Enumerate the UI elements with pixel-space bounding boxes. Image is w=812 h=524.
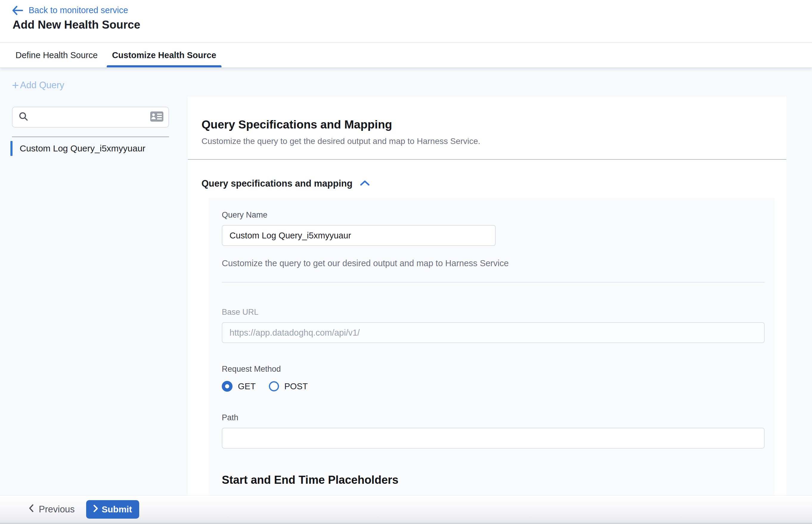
radio-option-post[interactable]: POST [269, 381, 308, 391]
back-link[interactable]: Back to monitored service [12, 5, 128, 15]
page: Back to monitored service Add New Health… [0, 0, 812, 524]
chevron-right-icon [93, 504, 98, 514]
submit-button-label: Submit [102, 504, 132, 514]
previous-button-label: Previous [39, 504, 75, 515]
selected-indicator-bar [11, 141, 13, 156]
tab-customize-health-source[interactable]: Customize Health Source [112, 43, 216, 67]
sidebar-divider [12, 136, 169, 137]
main-card: Query Specifications and Mapping Customi… [188, 97, 786, 524]
section-title: Query specifications and mapping [201, 178, 352, 189]
search-icon [18, 112, 29, 123]
plus-icon: + [12, 81, 19, 90]
back-link-label: Back to monitored service [29, 5, 128, 15]
back-arrow-icon [12, 6, 23, 15]
previous-button[interactable]: Previous [27, 504, 77, 515]
radio-selected-icon [222, 381, 232, 392]
chevron-left-icon [29, 504, 34, 515]
request-method-label: Request Method [222, 364, 765, 374]
panel-divider [222, 282, 765, 282]
request-method-radio-group: GET POST [222, 381, 765, 392]
submit-button[interactable]: Submit [86, 500, 139, 519]
footer-bar: Previous Submit [0, 495, 812, 524]
chevron-up-icon [360, 180, 370, 187]
add-query-label: Add Query [20, 80, 64, 91]
search-box [12, 107, 169, 128]
query-list-item[interactable]: Custom Log Query_i5xmyyuaur [11, 139, 177, 158]
query-name-helper: Customize the query to get our desired o… [222, 258, 765, 268]
section-header: Query specifications and mapping [201, 178, 786, 189]
query-item-label: Custom Log Query_i5xmyyuaur [20, 143, 145, 153]
query-form-panel: Query Name Customize the query to get ou… [209, 198, 775, 524]
add-query-button[interactable]: + Add Query [12, 80, 64, 91]
base-url-input [222, 322, 765, 343]
page-title: Add New Health Source [13, 18, 141, 31]
placeholders-section-title: Start and End Time Placeholders [222, 474, 765, 487]
radio-get-label: GET [238, 381, 256, 391]
path-label: Path [222, 413, 765, 422]
collapse-section-button[interactable] [360, 180, 370, 187]
radio-unselected-icon [269, 381, 279, 391]
radio-post-label: POST [285, 381, 308, 391]
query-name-label: Query Name [222, 210, 765, 220]
tab-define-health-source[interactable]: Define Health Source [16, 43, 98, 67]
path-input[interactable] [222, 428, 765, 448]
tabbar: Define Health Source Customize Health So… [0, 42, 812, 67]
id-card-icon[interactable] [150, 111, 164, 123]
search-input[interactable] [32, 112, 146, 122]
card-header: Query Specifications and Mapping Customi… [188, 97, 786, 160]
main-title: Query Specifications and Mapping [201, 118, 773, 131]
radio-option-get[interactable]: GET [222, 381, 256, 392]
query-name-input[interactable] [222, 225, 496, 246]
page-header: Back to monitored service Add New Health… [0, 0, 812, 42]
base-url-label: Base URL [222, 308, 765, 317]
main-subtitle: Customize the query to get the desired o… [201, 136, 773, 146]
